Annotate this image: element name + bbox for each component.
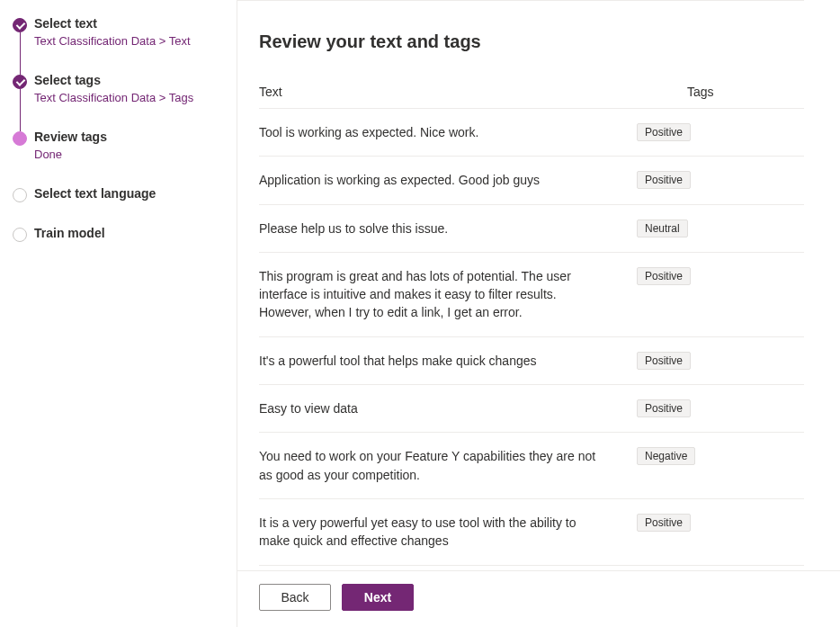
table-row: Please help us to solve this issue. Neut… <box>259 205 804 253</box>
row-tag: Positive <box>637 123 754 141</box>
step-connector <box>20 89 21 131</box>
step-title: Select text language <box>34 186 237 201</box>
table-header: Text Tags <box>259 77 804 109</box>
table-row: Easy to view data Positive <box>259 385 804 433</box>
back-button[interactable]: Back <box>259 584 331 611</box>
row-tag: Positive <box>637 171 754 189</box>
row-text: It is a very powerful yet easy to use to… <box>259 514 637 551</box>
table-row: You need to work on your Feature Y capab… <box>259 433 804 499</box>
tag-pill[interactable]: Positive <box>637 267 691 285</box>
row-text: Please help us to solve this issue. <box>259 219 637 237</box>
table-row: Application is working as expected. Good… <box>259 157 804 204</box>
tag-pill[interactable]: Negative <box>637 447 695 465</box>
row-text: Application is working as expected. Good… <box>259 171 637 189</box>
next-button[interactable]: Next <box>342 584 414 611</box>
step-bullet-done-icon <box>13 18 27 32</box>
step-select-text[interactable]: Select text Text Classification Data > T… <box>13 16 237 48</box>
tag-pill[interactable]: Positive <box>637 514 691 532</box>
step-bullet-current-icon <box>13 131 27 146</box>
step-subtext: Done <box>34 148 237 161</box>
step-bullet-done-icon <box>13 75 27 89</box>
row-text: You need to work on your Feature Y capab… <box>259 447 637 484</box>
step-bullet-pending-icon <box>13 188 27 202</box>
step-bullet-pending-icon <box>13 228 27 242</box>
step-select-language[interactable]: Select text language <box>13 186 237 201</box>
row-text: Easy to view data <box>259 399 637 417</box>
content-area: Review your text and tags Text Tags Tool… <box>237 1 840 570</box>
table-row: This program is great and has lots of po… <box>259 253 804 337</box>
tag-pill[interactable]: Positive <box>637 399 691 417</box>
row-tag: Negative <box>637 447 754 465</box>
col-header-text: Text <box>259 85 687 99</box>
step-title: Review tags <box>34 130 237 144</box>
step-title: Select text <box>34 16 237 31</box>
step-list: Select text Text Classification Data > T… <box>0 16 237 240</box>
tag-pill[interactable]: Positive <box>637 171 691 189</box>
tag-pill[interactable]: Positive <box>637 123 691 141</box>
review-table: Text Tags Tool is working as expected. N… <box>259 77 804 570</box>
step-train-model[interactable]: Train model <box>13 226 237 240</box>
step-subtext: Text Classification Data > Tags <box>34 91 237 104</box>
col-header-tags: Tags <box>687 85 804 99</box>
row-tag: Positive <box>637 399 754 417</box>
step-subtext: Text Classification Data > Text <box>34 34 237 48</box>
row-tag: Positive <box>637 514 754 532</box>
main-panel: Review your text and tags Text Tags Tool… <box>237 0 840 627</box>
step-title: Train model <box>34 226 237 240</box>
table-row: It is a very powerful yet easy to use to… <box>259 499 804 566</box>
table-row: Tool is working as expected. Nice work. … <box>259 109 804 157</box>
row-text: Tool is working as expected. Nice work. <box>259 123 637 141</box>
step-select-tags[interactable]: Select tags Text Classification Data > T… <box>13 73 237 104</box>
table-row: It's a powerful tool that helps make qui… <box>259 337 804 385</box>
step-connector <box>20 32 21 75</box>
step-review-tags[interactable]: Review tags Done <box>13 130 237 161</box>
row-tag: Neutral <box>637 219 754 237</box>
row-text: It's a powerful tool that helps make qui… <box>259 352 637 370</box>
tag-pill[interactable]: Positive <box>637 352 691 370</box>
wizard-sidebar: Select text Text Classification Data > T… <box>0 0 237 627</box>
row-tag: Positive <box>637 267 754 285</box>
footer-bar: Back Next <box>237 570 840 627</box>
page-title: Review your text and tags <box>259 31 804 52</box>
tag-pill[interactable]: Neutral <box>637 219 688 237</box>
step-title: Select tags <box>34 73 237 87</box>
row-tag: Positive <box>637 352 754 370</box>
row-text: This program is great and has lots of po… <box>259 267 637 322</box>
